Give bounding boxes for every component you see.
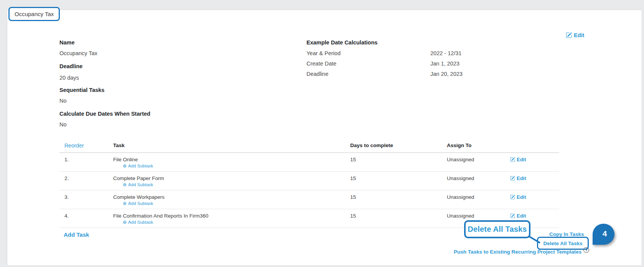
column-header-assign: Assign To — [447, 143, 510, 149]
task-name: Complete Workpapers — [113, 194, 350, 200]
add-subtask-link[interactable]: ⊕ Add Subtask — [123, 182, 153, 187]
field-value-sequential-tasks: No — [59, 98, 67, 104]
task-edit-link[interactable]: Edit — [510, 157, 526, 162]
days-to-complete-value: 15 — [350, 157, 447, 171]
field-label-name: Name — [59, 39, 75, 46]
pencil-square-icon — [510, 157, 515, 162]
callout-label: Delete All Tasks — [468, 225, 527, 234]
field-value-deadline: 20 days — [59, 75, 79, 81]
step-4-balloon: 4 — [593, 224, 614, 245]
column-header-days: Days to complete — [350, 143, 447, 149]
page-title: Occupancy Tax — [15, 11, 54, 17]
add-subtask-link[interactable]: ⊕ Add Subtask — [123, 201, 153, 206]
page-title-callout: Occupancy Tax — [8, 7, 60, 21]
plus-circle-icon: ⊕ — [123, 182, 127, 187]
add-task-link[interactable]: Add Task — [64, 231, 89, 238]
field-value-name: Occupancy Tax — [59, 50, 97, 56]
assign-to-value: Unassigned — [447, 157, 510, 171]
step-number: 4 — [603, 229, 607, 238]
table-row: 3. Complete Workpapers ⊕ Add Subtask 15 … — [59, 190, 559, 209]
pencil-square-icon — [510, 195, 515, 200]
date-row-value-deadline: Jan 20, 2023 — [430, 71, 463, 77]
task-name: File Confirmation And Reports In Firm360 — [113, 213, 350, 219]
task-name: Complete Paper Form — [113, 175, 350, 181]
pencil-square-icon — [510, 213, 515, 218]
field-label-deadline: Deadline — [59, 63, 82, 69]
task-edit-link[interactable]: Edit — [510, 194, 526, 200]
column-header-task: Task — [113, 143, 350, 149]
task-table: Reorder Task Days to complete Assign To … — [59, 141, 559, 228]
task-name: File Online — [113, 157, 350, 162]
task-row-number: 4. — [64, 213, 113, 228]
task-table-body: 1. File Online ⊕ Add Subtask 15 Unassign… — [59, 153, 559, 228]
date-row-label-year-period: Year & Period — [306, 50, 341, 56]
plus-circle-icon: ⊕ — [123, 220, 127, 224]
task-edit-link[interactable]: Edit — [510, 175, 526, 181]
page: Occupancy Tax Edit Name Occupancy Tax De… — [0, 0, 644, 267]
assign-to-value: Unassigned — [447, 194, 510, 209]
field-label-calc-due-dates: Calculate Due Dates When Started — [59, 111, 150, 117]
edit-label: Edit — [517, 157, 526, 162]
date-row-label-create-date: Create Date — [306, 61, 336, 67]
days-to-complete-value: 15 — [350, 213, 447, 228]
pencil-square-icon — [510, 176, 515, 181]
table-row: 1. File Online ⊕ Add Subtask 15 Unassign… — [59, 153, 559, 172]
delete-all-tasks-link[interactable]: Delete All Tasks — [543, 241, 582, 246]
add-subtask-label: Add Subtask — [128, 201, 153, 206]
edit-label: Edit — [517, 175, 526, 181]
task-edit-link[interactable]: Edit — [510, 213, 526, 219]
plus-circle-icon: ⊕ — [123, 164, 127, 168]
date-row-value-create-date: Jan 1, 2023 — [430, 61, 460, 67]
task-table-header: Reorder Task Days to complete Assign To — [59, 141, 559, 153]
push-tasks-label: Push Tasks to Existing Recurring Project… — [454, 249, 581, 255]
edit-label: Edit — [517, 194, 526, 200]
task-row-number: 3. — [64, 194, 113, 209]
date-row-label-deadline: Deadline — [306, 71, 328, 77]
pencil-square-icon — [566, 32, 572, 38]
add-subtask-label: Add Subtask — [128, 182, 153, 187]
date-row-value-year-period: 2022 - 12/31 — [430, 50, 461, 56]
reorder-link[interactable]: Reorder — [64, 143, 84, 149]
template-edit-link[interactable]: Edit — [566, 32, 584, 38]
add-subtask-link[interactable]: ⊕ Add Subtask — [123, 164, 153, 168]
edit-label: Edit — [517, 213, 526, 219]
days-to-complete-value: 15 — [350, 194, 447, 209]
delete-all-tasks-callout: Delete All Tasks — [464, 220, 530, 238]
copy-in-tasks-link[interactable]: Copy In Tasks — [549, 231, 584, 237]
field-label-sequential-tasks: Sequential Tasks — [59, 87, 104, 93]
assign-to-value: Unassigned — [447, 175, 510, 190]
days-to-complete-value: 15 — [350, 175, 447, 190]
edit-label: Edit — [574, 32, 584, 38]
push-tasks-link[interactable]: Push Tasks to Existing Recurring Project… — [454, 249, 589, 255]
add-subtask-label: Add Subtask — [128, 220, 153, 224]
task-row-number: 2. — [64, 175, 113, 190]
add-subtask-label: Add Subtask — [128, 164, 153, 168]
delete-all-tasks-highlight-box: Delete All Tasks — [537, 237, 589, 250]
plus-circle-icon: ⊕ — [123, 201, 127, 206]
table-row: 2. Complete Paper Form ⊕ Add Subtask 15 … — [59, 172, 559, 190]
field-value-calc-due-dates: No — [59, 121, 67, 128]
add-subtask-link[interactable]: ⊕ Add Subtask — [123, 220, 153, 224]
task-row-number: 1. — [64, 157, 113, 171]
example-date-calculations-title: Example Date Calculations — [306, 39, 377, 46]
